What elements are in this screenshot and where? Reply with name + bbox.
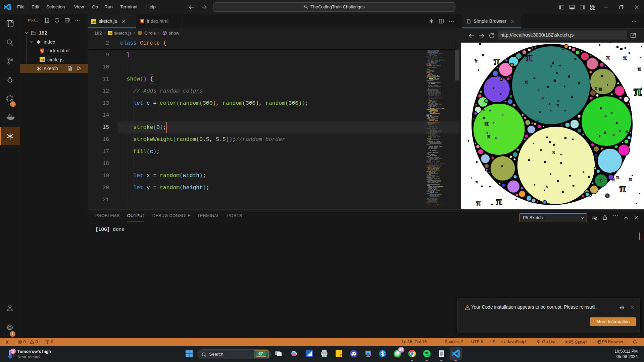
svg-text:π: π	[557, 98, 559, 102]
svg-text:π: π	[562, 189, 564, 194]
svg-text:π: π	[487, 134, 490, 139]
svg-text:π: π	[595, 86, 597, 91]
svg-text:JS: JS	[92, 20, 95, 23]
svg-text:JS: JS	[41, 59, 44, 62]
svg-text:π: π	[616, 174, 619, 180]
svg-text:π: π	[526, 50, 532, 64]
svg-text:π: π	[606, 53, 610, 61]
svg-text:π: π	[560, 161, 562, 165]
svg-text:π: π	[483, 108, 485, 111]
svg-text:π: π	[476, 198, 481, 207]
svg-text:π: π	[537, 119, 539, 124]
svg-text:π: π	[485, 119, 489, 127]
svg-text:1: 1	[12, 349, 14, 353]
svg-text:JS: JS	[109, 32, 112, 35]
svg-text:π: π	[539, 110, 541, 113]
svg-text:π: π	[552, 150, 555, 155]
svg-text:π: π	[634, 83, 642, 99]
svg-text:π: π	[525, 79, 528, 85]
svg-text:π: π	[476, 179, 478, 184]
svg-text:π: π	[557, 103, 559, 107]
svg-text:π: π	[626, 129, 628, 134]
svg-text:π: π	[600, 178, 602, 183]
svg-text:π: π	[604, 130, 606, 135]
svg-text:π: π	[475, 59, 478, 63]
svg-text:π: π	[564, 85, 565, 88]
svg-text:π: π	[612, 177, 615, 182]
svg-text:π: π	[620, 182, 626, 194]
svg-text:π: π	[494, 54, 500, 67]
svg-text:π: π	[550, 64, 552, 68]
svg-text:π: π	[638, 65, 641, 72]
svg-text:π: π	[546, 184, 548, 188]
svg-text:π: π	[623, 54, 627, 61]
svg-text:π: π	[573, 184, 575, 188]
svg-text:π: π	[629, 176, 632, 182]
svg-text:π: π	[599, 86, 602, 92]
svg-text:π: π	[496, 195, 502, 207]
